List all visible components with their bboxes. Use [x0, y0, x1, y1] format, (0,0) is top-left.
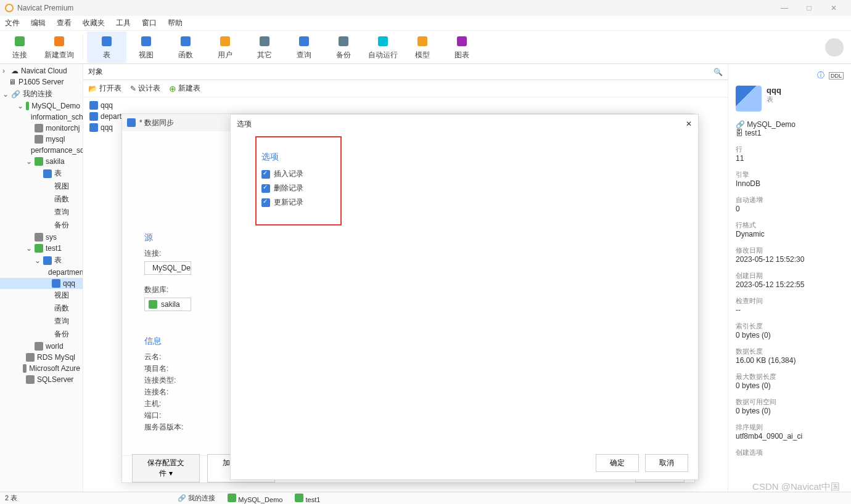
menu-2[interactable]: 查看	[57, 18, 72, 28]
search-icon[interactable]: 🔍	[713, 68, 723, 76]
tool-chart-icon[interactable]: 图表	[442, 31, 482, 63]
tree-node-Microsoft Azure[interactable]: Microsoft Azure	[0, 363, 83, 374]
table-ic	[52, 279, 60, 288]
menu-1[interactable]: 编辑	[31, 18, 46, 28]
object-tab[interactable]: 对象🔍	[83, 64, 728, 80]
app-title: Navicat Premium	[17, 4, 772, 12]
connection-tree: ›☁ Navicat Cloud 🖥 P1605 Server ⌄🔗 我的连接 …	[0, 64, 83, 492]
open-table-action[interactable]: 📂打开表	[88, 83, 121, 94]
tree-node-mysql[interactable]: mysql	[0, 134, 83, 145]
tool-fx-icon[interactable]: 函数	[166, 31, 205, 63]
checkbox-删除记录[interactable]: 删除记录	[261, 183, 667, 193]
tool-plug-icon[interactable]: 连接	[0, 31, 39, 63]
prop-label: 排序规则	[736, 423, 844, 432]
tree-node-函数[interactable]: 函数	[0, 193, 83, 206]
dialog-close-icon[interactable]: ✕	[686, 120, 692, 128]
fx-icon	[178, 34, 193, 49]
tree-node-sys[interactable]: sys	[0, 232, 83, 243]
server-node[interactable]: 🖥 P1605 Server	[0, 76, 83, 87]
tool-model-icon[interactable]: 模型	[403, 31, 442, 63]
tool-query2-icon[interactable]: 查询	[284, 31, 324, 63]
tree-node-performance_schema[interactable]: performance_schema	[0, 145, 83, 156]
db-icon	[26, 353, 35, 362]
menu-0[interactable]: 文件	[5, 18, 20, 28]
dialog-header: 选项 ✕	[231, 115, 698, 133]
source-connection-select[interactable]: MySQL_Demo	[144, 261, 191, 275]
save-profile-button[interactable]: 保存配置文件 ▾	[132, 454, 200, 482]
object-item[interactable]: qqq	[88, 100, 723, 111]
prop-value: 2023-05-12 15:52:30	[736, 255, 844, 264]
tree-node-备份[interactable]: 备份	[0, 328, 83, 341]
minimize-button[interactable]: —	[772, 4, 797, 12]
svg-rect-6	[260, 36, 269, 46]
tree-node-表[interactable]: 表	[0, 167, 83, 180]
main-area: ›☁ Navicat Cloud 🖥 P1605 Server ⌄🔗 我的连接 …	[0, 64, 851, 492]
tool-backup-icon[interactable]: 备份	[324, 31, 363, 63]
sync-window-title: * 数据同步	[139, 118, 174, 128]
close-button[interactable]: ✕	[821, 4, 846, 12]
tree-node-sakila[interactable]: ⌄sakila	[0, 156, 83, 167]
db-icon	[23, 364, 27, 373]
tool-other-icon[interactable]: 其它	[245, 31, 284, 63]
maximize-button[interactable]: □	[797, 4, 821, 12]
cancel-button[interactable]: 取消	[645, 454, 688, 472]
view-icon	[139, 34, 154, 49]
tree-node-表[interactable]: ⌄表	[0, 254, 83, 267]
tree-node-monitorchj[interactable]: monitorchj	[0, 123, 83, 134]
svg-rect-10	[417, 36, 427, 46]
my-connection-node[interactable]: ⌄🔗 我的连接	[0, 87, 83, 100]
query-ic	[43, 317, 52, 326]
tree-node-查询[interactable]: 查询	[0, 315, 83, 328]
tree-node-视图[interactable]: 视图	[0, 289, 83, 302]
prop-value: --	[736, 306, 844, 314]
tree-node-函数[interactable]: 函数	[0, 302, 83, 315]
navicat-cloud-node[interactable]: ›☁ Navicat Cloud	[0, 65, 83, 76]
tree-node-查询[interactable]: 查询	[0, 206, 83, 219]
properties-panel: ⓘ DDL qqq 表 🔗 MySQL_Demo 🗄 test1 行11引擎In…	[728, 64, 851, 492]
menu-3[interactable]: 收藏夹	[83, 18, 105, 28]
tree-node-MySQL_Demo[interactable]: ⌄MySQL_Demo	[0, 100, 83, 112]
svg-rect-4	[181, 36, 191, 46]
table-icon	[89, 123, 98, 132]
menu-6[interactable]: 帮助	[168, 18, 183, 28]
backup-ic	[43, 221, 52, 230]
menu-5[interactable]: 窗口	[142, 18, 157, 28]
prop-label: 最大数据长度	[736, 372, 844, 381]
checkbox-插入记录[interactable]: 插入记录	[261, 169, 667, 179]
tree-node-qqq[interactable]: qqq	[0, 278, 83, 289]
tree-node-视图[interactable]: 视图	[0, 180, 83, 193]
design-table-action[interactable]: ✎ 设计表	[130, 83, 160, 94]
prop-label: 修改日期	[736, 246, 844, 255]
checkbox-更新记录[interactable]: 更新记录	[261, 197, 667, 208]
tool-view-icon[interactable]: 视图	[126, 31, 166, 63]
tree-node-information_schema[interactable]: information_schema	[0, 112, 83, 123]
prop-label: 创建选项	[736, 448, 844, 457]
svg-rect-5	[220, 36, 230, 46]
source-database-select[interactable]: sakila	[144, 298, 191, 311]
ddl-panel-icon[interactable]: DDL	[829, 72, 844, 79]
tool-query-icon[interactable]: 新建查询	[39, 31, 79, 63]
tool-table-icon[interactable]: 表	[87, 31, 126, 63]
user-avatar-icon[interactable]	[825, 38, 844, 57]
fx-ic	[43, 304, 52, 313]
info-panel-icon[interactable]: ⓘ	[817, 71, 824, 79]
main-toolbar: 连接新建查询表视图函数用户其它查询备份自动运行模型图表	[0, 31, 851, 64]
prop-value: 0 bytes (0)	[736, 381, 844, 390]
new-table-action[interactable]: ⊕新建表	[169, 83, 200, 94]
tree-node-备份[interactable]: 备份	[0, 219, 83, 232]
prop-label: 行	[736, 145, 844, 154]
table-ic	[43, 256, 52, 265]
view-ic	[43, 291, 52, 300]
tool-auto-icon[interactable]: 自动运行	[363, 31, 403, 63]
db-icon	[149, 300, 157, 309]
tool-user-icon[interactable]: 用户	[205, 31, 245, 63]
db-icon	[35, 233, 43, 242]
tree-node-department[interactable]: department	[0, 267, 83, 278]
svg-rect-1	[54, 36, 64, 46]
ok-button[interactable]: 确定	[596, 454, 639, 472]
menu-4[interactable]: 工具	[116, 18, 131, 28]
tree-node-RDS MySql[interactable]: RDS MySql	[0, 352, 83, 363]
tree-node-SQLServer[interactable]: SQLServer	[0, 374, 83, 385]
tree-node-test1[interactable]: ⌄test1	[0, 243, 83, 254]
tree-node-world[interactable]: world	[0, 341, 83, 352]
